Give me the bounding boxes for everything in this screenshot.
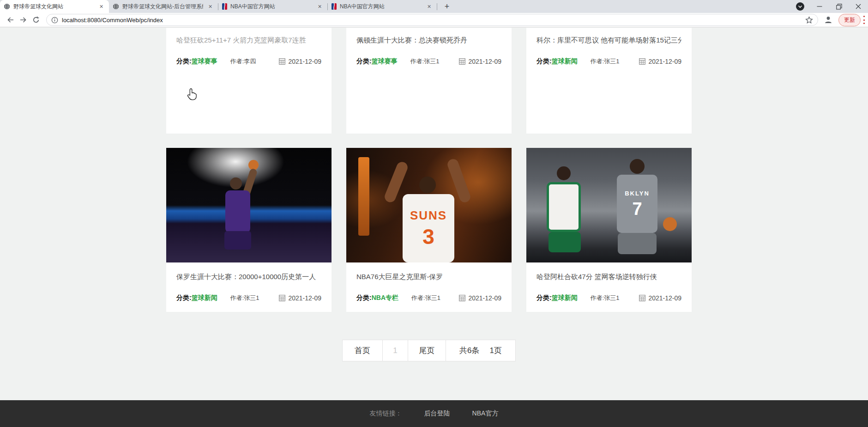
publish-date: 2021-12-09 (639, 294, 681, 302)
calendar-icon (639, 58, 645, 65)
player-figure (419, 177, 436, 193)
footer-link-admin[interactable]: 后台登陆 (424, 409, 450, 418)
category-label: 分类: (536, 57, 552, 66)
category-label: 分类: (356, 294, 372, 302)
url-text[interactable]: localhost:8080/CommonWeb/pc/index (62, 17, 805, 24)
jersey-graphic: BKLYN7 (617, 175, 657, 233)
jersey-number: 3 (422, 226, 434, 247)
article-card: 23 SONICS20 佩顿生涯十大比赛：总决赛锁死乔丹 分类:篮球赛事 作者:… (346, 28, 512, 134)
globe-favicon-icon (4, 3, 10, 10)
restore-icon (836, 4, 842, 10)
category-link[interactable]: 篮球新闻 (192, 294, 217, 302)
jersey-graphic (547, 182, 581, 232)
tab-close-icon[interactable]: × (97, 3, 105, 11)
pagination: 首页 1 尾页 共6条 1页 (342, 340, 516, 361)
forward-arrow-icon (19, 16, 27, 24)
restore-button[interactable] (829, 0, 849, 13)
browser-window: 野球帝篮球文化网站 × 野球帝篮球文化网站-后台管理系统 × NBA中国官方网站… (0, 0, 868, 427)
chrome-update-button[interactable]: 更新 (838, 14, 861, 26)
bookmark-star-icon[interactable] (805, 16, 813, 24)
article-meta: 分类:NBA专栏 作者:张三1 2021-12-09 (356, 294, 501, 302)
calendar-icon (279, 58, 285, 65)
new-tab-button[interactable]: + (441, 0, 453, 12)
article-title-link[interactable]: 哈登狂砍25+11+7 火箭力克篮网豪取7连胜 (176, 28, 321, 45)
pagination-last-button[interactable]: 尾页 (408, 340, 446, 361)
pagination-stats: 共6条 1页 (446, 340, 515, 361)
author-name: 张三1 (604, 58, 619, 65)
date-text: 2021-12-09 (648, 58, 681, 65)
article-thumbnail[interactable] (166, 148, 332, 262)
tab-close-icon[interactable]: × (206, 3, 214, 11)
article-grid: 13 9 哈登狂砍25+11+7 火箭力克篮网豪取7连胜 分类:篮球赛事 作者:… (166, 28, 692, 312)
address-bar[interactable]: localhost:8080/CommonWeb/pc/index (46, 14, 818, 26)
back-button[interactable] (4, 14, 17, 26)
author-label: 作者: (230, 294, 244, 301)
content-container: 13 9 哈登狂砍25+11+7 火箭力克篮网豪取7连胜 分类:篮球赛事 作者:… (166, 28, 692, 361)
author-text: 作者:张三1 (591, 294, 620, 302)
category-label: 分类: (356, 57, 372, 66)
tab-close-icon[interactable]: × (316, 3, 324, 11)
author-label: 作者: (411, 294, 425, 301)
date-text: 2021-12-09 (468, 294, 501, 302)
tab-separator (437, 3, 437, 10)
tab-site-admin[interactable]: 野球帝篮球文化网站-后台管理系统 × (109, 0, 218, 13)
avatar-icon (824, 15, 833, 24)
article-title-link[interactable]: NBA76大巨星之克里斯-保罗 (356, 262, 501, 281)
minimize-button[interactable] (810, 0, 829, 13)
article-title-link[interactable]: 科尔：库里不可思议 他有可能单场射落15记三分 (536, 28, 681, 45)
minimize-icon (817, 4, 822, 9)
category-link[interactable]: 篮球赛事 (372, 57, 398, 66)
browser-menu-icon[interactable] (862, 16, 865, 24)
article-title-link[interactable]: 保罗生涯十大比赛：20000+10000历史第一人 (176, 262, 321, 281)
tab-close-icon[interactable]: × (425, 3, 433, 11)
total-count: 共6条 (459, 345, 479, 356)
article-card: 保罗生涯十大比赛：20000+10000历史第一人 分类:篮球新闻 作者:张三1… (166, 148, 332, 312)
author-label: 作者: (591, 58, 604, 65)
pagination-current-page: 1 (382, 340, 408, 361)
card-body: 佩顿生涯十大比赛：总决赛锁死乔丹 分类:篮球赛事 作者:张三1 2021-12-… (346, 28, 512, 75)
player-figure (557, 166, 571, 180)
tab-title: NBA中国官方网站 (340, 3, 422, 11)
category-link[interactable]: 篮球赛事 (192, 57, 217, 66)
author-label: 作者: (410, 58, 424, 65)
browser-toolbar: localhost:8080/CommonWeb/pc/index 更新 (0, 13, 868, 27)
back-arrow-icon (6, 16, 14, 24)
author-text: 作者:张三1 (230, 294, 259, 302)
shorts-graphic (618, 233, 657, 254)
article-meta: 分类:篮球赛事 作者:李四 2021-12-09 (176, 57, 321, 66)
article-title-link[interactable]: 哈登阿杜合砍47分 篮网客场逆转独行侠 (536, 262, 681, 281)
close-window-button[interactable] (849, 0, 868, 13)
calendar-icon (639, 295, 645, 301)
reload-button[interactable] (30, 14, 42, 26)
calendar-icon (459, 58, 465, 65)
tab-nba-1[interactable]: NBA中国官方网站 × (218, 0, 327, 13)
category-link[interactable]: NBA专栏 (372, 294, 398, 302)
author-label: 作者: (591, 294, 604, 301)
page-content: 13 9 哈登狂砍25+11+7 火箭力克篮网豪取7连胜 分类:篮球赛事 作者:… (0, 28, 868, 427)
date-text: 2021-12-09 (468, 58, 501, 65)
article-title-link[interactable]: 佩顿生涯十大比赛：总决赛锁死乔丹 (356, 28, 501, 45)
author-name: 张三1 (424, 58, 439, 65)
tab-site-front[interactable]: 野球帝篮球文化网站 × (0, 0, 109, 13)
shorts-graphic (549, 232, 581, 252)
category-link[interactable]: 篮球新闻 (552, 294, 578, 302)
article-thumbnail[interactable]: SUNS3 (346, 148, 512, 262)
tab-search-button[interactable] (790, 0, 810, 13)
publish-date: 2021-12-09 (279, 58, 321, 65)
category-link[interactable]: 篮球新闻 (552, 57, 578, 66)
jersey-graphic: SUNS3 (403, 194, 454, 262)
tab-title: NBA中国官方网站 (230, 3, 313, 11)
pagination-first-button[interactable]: 首页 (343, 340, 382, 361)
tab-nba-2[interactable]: NBA中国官方网站 × (328, 0, 437, 13)
profile-avatar-button[interactable] (822, 14, 835, 26)
jersey-graphic (225, 190, 250, 233)
nba-favicon-icon (332, 3, 337, 10)
banner-graphic (358, 157, 369, 236)
article-card: 科尔：库里不可思议 他有可能单场射落15记三分 分类:篮球新闻 作者:张三1 2… (526, 28, 692, 134)
article-thumbnail[interactable]: BKLYN7 (526, 148, 692, 262)
date-text: 2021-12-09 (288, 58, 321, 65)
forward-button[interactable] (17, 14, 30, 26)
publish-date: 2021-12-09 (279, 294, 321, 302)
footer-link-nba[interactable]: NBA官方 (472, 409, 499, 418)
page-info-icon[interactable] (51, 17, 58, 24)
